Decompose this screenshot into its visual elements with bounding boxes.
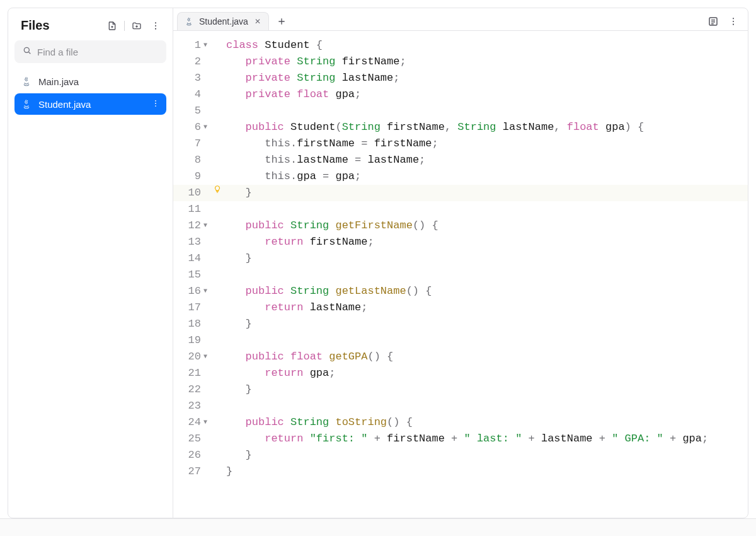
- gutter[interactable]: 2: [173, 54, 211, 70]
- code-line[interactable]: 8 this.lastName = lastName;: [173, 152, 748, 168]
- code-line[interactable]: 1▼class Student {: [173, 37, 748, 54]
- search-input[interactable]: [37, 47, 159, 57]
- code-line[interactable]: 27 }: [173, 463, 748, 480]
- gutter[interactable]: 18: [173, 316, 211, 332]
- editor-more-icon[interactable]: [726, 15, 740, 28]
- code-text[interactable]: }: [224, 185, 252, 201]
- code-text[interactable]: }: [224, 447, 252, 463]
- code-line[interactable]: 15: [173, 267, 748, 283]
- code-line[interactable]: 10 }: [173, 185, 748, 201]
- code-line[interactable]: 9 this.gpa = gpa;: [173, 168, 748, 185]
- code-text[interactable]: private String lastName;: [224, 70, 399, 86]
- gutter[interactable]: 5: [173, 103, 211, 119]
- code-line[interactable]: 17 return lastName;: [173, 300, 748, 316]
- gutter[interactable]: 16▼: [173, 283, 211, 300]
- fold-icon[interactable]: ▼: [203, 37, 207, 54]
- new-folder-icon[interactable]: [130, 19, 144, 33]
- code-line[interactable]: 19: [173, 332, 748, 349]
- gutter[interactable]: 19: [173, 332, 211, 349]
- code-line[interactable]: 14 }: [173, 250, 748, 267]
- new-file-icon[interactable]: [105, 19, 119, 33]
- code-line[interactable]: 11: [173, 201, 748, 218]
- gutter[interactable]: 13: [173, 234, 211, 250]
- gutter[interactable]: 23: [173, 398, 211, 414]
- gutter[interactable]: 12▼: [173, 218, 211, 234]
- code-text[interactable]: return gpa;: [224, 365, 335, 382]
- code-line[interactable]: 16▼ public String getLastName() {: [173, 283, 748, 300]
- gutter[interactable]: 27: [173, 463, 211, 480]
- code-line[interactable]: 22 }: [173, 382, 748, 398]
- code-line[interactable]: 2 private String firstName;: [173, 54, 748, 70]
- code-text[interactable]: public String getLastName() {: [224, 283, 432, 300]
- gutter[interactable]: 17: [173, 300, 211, 316]
- gutter[interactable]: 10: [173, 185, 211, 201]
- fold-icon[interactable]: ▼: [203, 349, 207, 365]
- code-editor[interactable]: 1▼class Student {2 private String firstN…: [173, 31, 748, 518]
- code-line[interactable]: 3 private String lastName;: [173, 70, 748, 86]
- gutter[interactable]: 22: [173, 382, 211, 398]
- code-line[interactable]: 4 private float gpa;: [173, 86, 748, 103]
- code-text[interactable]: private String firstName;: [224, 54, 406, 70]
- svg-point-4: [155, 77, 156, 78]
- lightbulb-icon[interactable]: [211, 185, 224, 194]
- gutter[interactable]: 24▼: [173, 414, 211, 431]
- sidebar-more-icon[interactable]: [149, 19, 163, 33]
- code-text[interactable]: public String toString() {: [224, 414, 413, 431]
- tab-bar: Student.java ✕: [173, 8, 748, 31]
- code-text[interactable]: return firstName;: [224, 234, 374, 250]
- gutter[interactable]: 14: [173, 250, 211, 267]
- gutter[interactable]: 7: [173, 136, 211, 152]
- code-text[interactable]: private float gpa;: [224, 86, 361, 103]
- code-line[interactable]: 21 return gpa;: [173, 365, 748, 382]
- gutter[interactable]: 25: [173, 431, 211, 447]
- fold-icon[interactable]: ▼: [203, 218, 207, 234]
- file-more-icon[interactable]: [151, 99, 160, 110]
- gutter[interactable]: 15: [173, 267, 211, 283]
- code-line[interactable]: 6▼ public Student(String firstName, Stri…: [173, 119, 748, 136]
- code-text[interactable]: public Student(String firstName, String …: [224, 119, 644, 136]
- new-tab-button[interactable]: [273, 13, 290, 30]
- code-text[interactable]: }: [224, 382, 252, 398]
- code-text[interactable]: public String getFirstName() {: [224, 218, 438, 234]
- code-text[interactable]: this.lastName = lastName;: [224, 152, 425, 168]
- java-icon: [21, 76, 32, 87]
- code-line[interactable]: 20▼ public float getGPA() {: [173, 349, 748, 365]
- file-search[interactable]: [14, 40, 166, 63]
- gutter[interactable]: 21: [173, 365, 211, 382]
- code-line[interactable]: 24▼ public String toString() {: [173, 414, 748, 431]
- code-text[interactable]: class Student {: [224, 37, 323, 54]
- code-line[interactable]: 25 return "first: " + firstName + " last…: [173, 431, 748, 447]
- fold-icon[interactable]: ▼: [203, 119, 207, 136]
- code-text[interactable]: }: [224, 316, 252, 332]
- gutter[interactable]: 4: [173, 86, 211, 103]
- code-line[interactable]: 26 }: [173, 447, 748, 463]
- code-text[interactable]: public float getGPA() {: [224, 349, 393, 365]
- gutter[interactable]: 9: [173, 168, 211, 185]
- file-item[interactable]: Student.java: [14, 93, 166, 115]
- gutter[interactable]: 20▼: [173, 349, 211, 365]
- fold-icon[interactable]: ▼: [203, 283, 207, 300]
- gutter[interactable]: 11: [173, 201, 211, 218]
- tab-student-java[interactable]: Student.java ✕: [177, 12, 269, 30]
- code-line[interactable]: 18 }: [173, 316, 748, 332]
- code-text[interactable]: this.firstName = firstName;: [224, 136, 438, 152]
- gutter[interactable]: 26: [173, 447, 211, 463]
- code-line[interactable]: 13 return firstName;: [173, 234, 748, 250]
- code-text[interactable]: return "first: " + firstName + " last: "…: [224, 431, 708, 447]
- file-item[interactable]: Main.java: [14, 71, 166, 92]
- gutter[interactable]: 3: [173, 70, 211, 86]
- gutter[interactable]: 6▼: [173, 119, 211, 136]
- code-line[interactable]: 7 this.firstName = firstName;: [173, 136, 748, 152]
- code-text[interactable]: this.gpa = gpa;: [224, 168, 361, 185]
- outline-icon[interactable]: [706, 15, 720, 28]
- fold-icon[interactable]: ▼: [203, 414, 207, 431]
- gutter[interactable]: 8: [173, 152, 211, 168]
- close-icon[interactable]: ✕: [253, 17, 262, 26]
- code-text[interactable]: }: [224, 250, 252, 267]
- gutter[interactable]: 1▼: [173, 37, 211, 54]
- code-line[interactable]: 5: [173, 103, 748, 119]
- code-line[interactable]: 23: [173, 398, 748, 414]
- code-text[interactable]: }: [224, 463, 232, 480]
- code-text[interactable]: return lastName;: [224, 300, 367, 316]
- code-line[interactable]: 12▼ public String getFirstName() {: [173, 218, 748, 234]
